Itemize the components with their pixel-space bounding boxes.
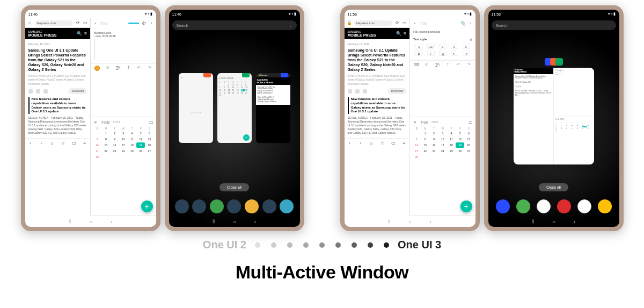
underline-icon[interactable]: U̲	[439, 51, 447, 56]
twitter-icon[interactable]	[355, 89, 360, 94]
recents-search[interactable]: Search ⋮	[492, 20, 616, 30]
recent-card-calendar[interactable]: FEB 2021 SMTWTFS123456789101112131415161…	[217, 73, 252, 143]
search-icon[interactable]: 🔍	[77, 31, 82, 36]
nav-home-icon[interactable]: ○	[233, 219, 236, 225]
reload-icon[interactable]: ⟳	[75, 20, 80, 26]
nav-home-icon[interactable]: ○	[89, 219, 92, 225]
bold-icon[interactable]: B	[415, 51, 423, 56]
nav-home-icon[interactable]: ○	[552, 219, 555, 225]
recent-card-browser[interactable]: 🔒 blepress… SAMSUNGMOBILE PRESS Samsung …	[256, 73, 290, 143]
menu-icon[interactable]: ≡	[84, 31, 87, 36]
download-button[interactable]: Download	[69, 88, 87, 94]
tabs-icon[interactable]: ▭	[402, 20, 407, 26]
forward-icon[interactable]: ›	[358, 141, 363, 146]
list-number-icon[interactable]: 1≡	[427, 44, 435, 49]
dock-app-icon[interactable]	[537, 199, 551, 213]
url-bar[interactable]: blepress.com	[35, 20, 74, 26]
dock-app-icon[interactable]	[280, 199, 294, 213]
more-icon[interactable]: ⋮	[608, 23, 612, 27]
url-bar[interactable]: blepress.com	[354, 20, 393, 26]
text-style-icon[interactable]: T̲A	[115, 66, 121, 71]
twitter-icon[interactable]	[36, 89, 40, 94]
nav-back-icon[interactable]: ‹	[574, 219, 575, 225]
recents-search[interactable]: Search ⋮	[172, 20, 297, 30]
dock-app-icon[interactable]	[245, 199, 259, 213]
back-icon[interactable]: ‹	[28, 141, 33, 146]
chevron-left-icon[interactable]: ‹	[93, 20, 98, 26]
bookmark-icon[interactable]: ☆	[379, 141, 385, 146]
forward-icon[interactable]: ›	[39, 141, 44, 146]
dock-app-icon[interactable]	[496, 199, 510, 213]
text-color-icon[interactable]: T	[445, 62, 451, 68]
list-bullet-icon[interactable]: ≡	[415, 44, 423, 49]
dock-app-icon[interactable]	[210, 199, 224, 213]
bookmark-icon[interactable]: ☆	[60, 141, 65, 146]
align-center-icon[interactable]: ≡	[451, 44, 458, 49]
italic-icon[interactable]: I	[427, 51, 435, 56]
link-icon[interactable]	[363, 89, 367, 94]
today-icon[interactable]: ▭	[468, 119, 473, 125]
dock-app-icon[interactable]	[175, 199, 189, 213]
more-icon[interactable]: ⋮	[468, 20, 473, 26]
checklist-icon[interactable]: ☑	[424, 62, 429, 68]
calendar-grid[interactable]: SMTWTFS123456789101112131415161718192021…	[410, 127, 475, 160]
undo-icon[interactable]: ↶	[136, 66, 142, 71]
nav-recents-icon[interactable]: ⦀	[388, 218, 390, 225]
align-right-icon[interactable]: ≡	[463, 44, 470, 49]
more-icon[interactable]: ≡	[401, 141, 407, 146]
home-icon[interactable]: ⌂	[369, 141, 374, 146]
close-all-button[interactable]: Close all	[539, 183, 568, 191]
recent-card-notes[interactable]: ⏱ ☑ T T ↶ ↷	[179, 73, 213, 143]
download-button[interactable]: Download	[388, 88, 406, 94]
align-left-icon[interactable]: ≡	[439, 44, 447, 49]
more-icon[interactable]: ⋮	[149, 20, 154, 26]
facebook-icon[interactable]	[28, 89, 33, 94]
link-icon[interactable]	[43, 89, 48, 94]
today-icon[interactable]: ▭	[149, 119, 154, 125]
dock-app-icon[interactable]	[227, 199, 241, 213]
dock-app-icon[interactable]	[577, 199, 591, 213]
dock-app-icon[interactable]	[516, 199, 530, 213]
calendar-grid[interactable]: SMTWTFS123456789101112131415161718192021…	[91, 127, 156, 160]
tabs-icon[interactable]: ▭	[83, 20, 88, 26]
nav-back-icon[interactable]: ‹	[254, 219, 256, 225]
nav-home-icon[interactable]: ○	[408, 219, 412, 225]
attach-icon[interactable]: 📎	[460, 20, 466, 26]
pen-color-swatch[interactable]	[94, 66, 100, 71]
menu-icon[interactable]: ≡	[404, 31, 406, 36]
add-event-fab[interactable]: +	[460, 200, 472, 212]
redo-icon[interactable]: ↷	[147, 66, 152, 71]
dock-app-icon[interactable]	[192, 199, 206, 213]
nav-back-icon[interactable]: ‹	[111, 219, 112, 225]
dock-app-icon[interactable]	[557, 199, 571, 213]
indent-icon[interactable]: ⇤	[451, 51, 458, 56]
more-icon[interactable]: ≡	[82, 141, 87, 146]
close-all-button[interactable]: Close all	[219, 183, 249, 191]
keyboard-icon[interactable]: ⌨	[414, 62, 419, 68]
back-icon[interactable]: ‹	[347, 141, 353, 146]
cal-menu-icon[interactable]: ≡	[93, 119, 98, 125]
nav-recents-icon[interactable]: ⦀	[213, 218, 215, 225]
chevron-left-icon[interactable]: ‹	[412, 20, 418, 26]
tabs-icon[interactable]: ▭	[71, 141, 77, 146]
more-icon[interactable]: ⋮	[289, 23, 292, 27]
redo-icon[interactable]: ↷	[466, 62, 472, 68]
note-body[interactable]: Meeting Notes - date: 2021.02.18	[91, 28, 156, 63]
add-event-fab[interactable]: +	[141, 200, 153, 212]
text-color-icon[interactable]: T	[126, 66, 131, 71]
grouped-recent-card[interactable]: SAMSUNGMOBILE PRESS Samsung One UI 3.1 U…	[514, 68, 594, 164]
search-icon[interactable]: 🔍	[396, 31, 401, 36]
facebook-icon[interactable]	[348, 89, 352, 94]
nav-recents-icon[interactable]: ⦀	[532, 218, 534, 225]
close-icon[interactable]: ✕	[470, 38, 472, 41]
nav-back-icon[interactable]: ‹	[430, 219, 431, 225]
outdent-icon[interactable]: ⇥	[463, 51, 470, 56]
text-style-icon[interactable]: T̲A	[435, 62, 440, 68]
checklist-icon[interactable]: ☑	[105, 66, 110, 71]
undo-icon[interactable]: ↶	[456, 62, 461, 68]
timer-icon[interactable]: ⏱	[141, 20, 147, 26]
nav-recents-icon[interactable]: ⦀	[69, 218, 71, 225]
reload-icon[interactable]: ⟳	[394, 20, 400, 26]
dock-app-icon[interactable]	[598, 199, 612, 213]
home-icon[interactable]: ⌂	[49, 141, 55, 146]
